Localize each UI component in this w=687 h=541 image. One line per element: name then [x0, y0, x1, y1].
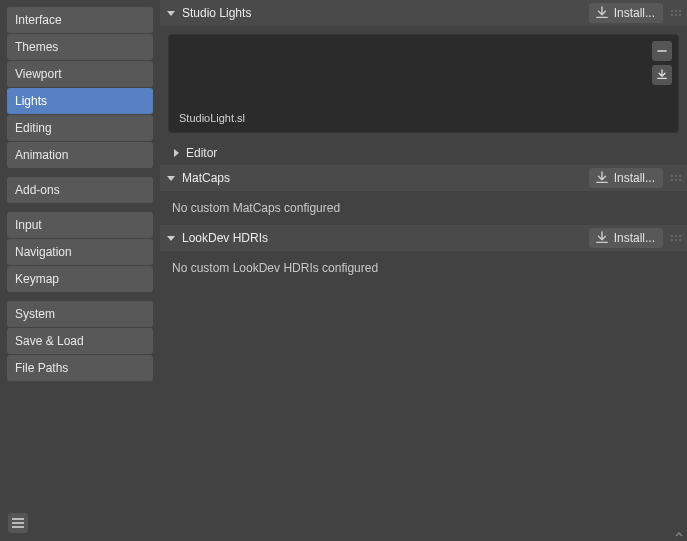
sidebar-item-save-load[interactable]: Save & Load: [7, 328, 153, 354]
disclosure-down-icon[interactable]: [166, 233, 176, 243]
panel-title: MatCaps: [182, 171, 583, 185]
svg-point-1: [675, 10, 677, 12]
disclosure-down-icon[interactable]: [166, 8, 176, 18]
panel-header-studio-lights: Studio Lights Install...: [160, 0, 687, 26]
sidebar-item-input[interactable]: Input: [7, 212, 153, 238]
sidebar-item-animation[interactable]: Animation: [7, 142, 153, 168]
svg-point-12: [671, 235, 673, 237]
panel-title: Studio Lights: [182, 6, 583, 20]
download-icon: [595, 231, 609, 245]
sidebar-item-editing[interactable]: Editing: [7, 115, 153, 141]
area-corner-handle[interactable]: [673, 527, 685, 539]
grip-icon[interactable]: [669, 235, 683, 241]
matcaps-empty-message: No custom MatCaps configured: [168, 195, 679, 221]
sidebar-item-interface[interactable]: Interface: [7, 7, 153, 33]
preview-name-label: StudioLight.sl: [179, 112, 245, 124]
grip-icon[interactable]: [669, 10, 683, 16]
install-label: Install...: [614, 171, 655, 185]
svg-point-5: [679, 14, 681, 16]
svg-point-7: [675, 175, 677, 177]
sidebar-item-viewport[interactable]: Viewport: [7, 61, 153, 87]
sidebar-group-2: Add-ons: [7, 177, 153, 204]
install-matcap-button[interactable]: Install...: [589, 168, 663, 188]
install-label: Install...: [614, 6, 655, 20]
svg-point-11: [679, 179, 681, 181]
sidebar-group-1: Interface Themes Viewport Lights Editing…: [7, 7, 153, 169]
download-icon: [595, 171, 609, 185]
sidebar-item-system[interactable]: System: [7, 301, 153, 327]
disclosure-down-icon[interactable]: [166, 173, 176, 183]
panel-header-matcaps: MatCaps Install...: [160, 165, 687, 191]
sidebar-item-navigation[interactable]: Navigation: [7, 239, 153, 265]
sub-panel-editor: Editor: [160, 141, 687, 165]
svg-point-14: [679, 235, 681, 237]
grip-icon[interactable]: [669, 175, 683, 181]
panel-body-matcaps: No custom MatCaps configured: [160, 191, 687, 225]
sidebar-item-file-paths[interactable]: File Paths: [7, 355, 153, 381]
svg-point-17: [679, 239, 681, 241]
svg-point-13: [675, 235, 677, 237]
svg-point-8: [679, 175, 681, 177]
install-studio-light-button[interactable]: Install...: [589, 3, 663, 23]
svg-point-16: [675, 239, 677, 241]
svg-point-0: [671, 10, 673, 12]
sidebar-item-addons[interactable]: Add-ons: [7, 177, 153, 203]
hdris-empty-message: No custom LookDev HDRIs configured: [168, 255, 679, 281]
disclosure-right-icon[interactable]: [172, 146, 180, 160]
panel-body-studio-lights: StudioLight.sl: [160, 26, 687, 141]
svg-point-2: [679, 10, 681, 12]
svg-point-9: [671, 179, 673, 181]
preferences-main: Studio Lights Install... StudioLight.sl: [160, 0, 687, 541]
install-label: Install...: [614, 231, 655, 245]
preferences-sidebar: Interface Themes Viewport Lights Editing…: [0, 0, 160, 541]
panel-body-hdris: No custom LookDev HDRIs configured: [160, 251, 687, 285]
svg-point-6: [671, 175, 673, 177]
sidebar-group-3: Input Navigation Keymap: [7, 212, 153, 293]
sidebar-item-lights[interactable]: Lights: [7, 88, 153, 114]
sidebar-item-keymap[interactable]: Keymap: [7, 266, 153, 292]
preferences-menu-button[interactable]: [8, 513, 28, 533]
sub-panel-title: Editor: [186, 146, 217, 160]
install-hdri-button[interactable]: Install...: [589, 228, 663, 248]
download-icon: [595, 6, 609, 20]
remove-button[interactable]: [652, 41, 672, 61]
panel-title: LookDev HDRIs: [182, 231, 583, 245]
preview-controls: [652, 41, 672, 85]
sidebar-group-4: System Save & Load File Paths: [7, 301, 153, 382]
save-button[interactable]: [652, 65, 672, 85]
hamburger-icon: [12, 518, 24, 528]
svg-point-10: [675, 179, 677, 181]
studio-light-preview[interactable]: StudioLight.sl: [168, 34, 679, 133]
svg-point-15: [671, 239, 673, 241]
panel-header-hdris: LookDev HDRIs Install...: [160, 225, 687, 251]
svg-point-4: [675, 14, 677, 16]
sidebar-item-themes[interactable]: Themes: [7, 34, 153, 60]
svg-point-3: [671, 14, 673, 16]
